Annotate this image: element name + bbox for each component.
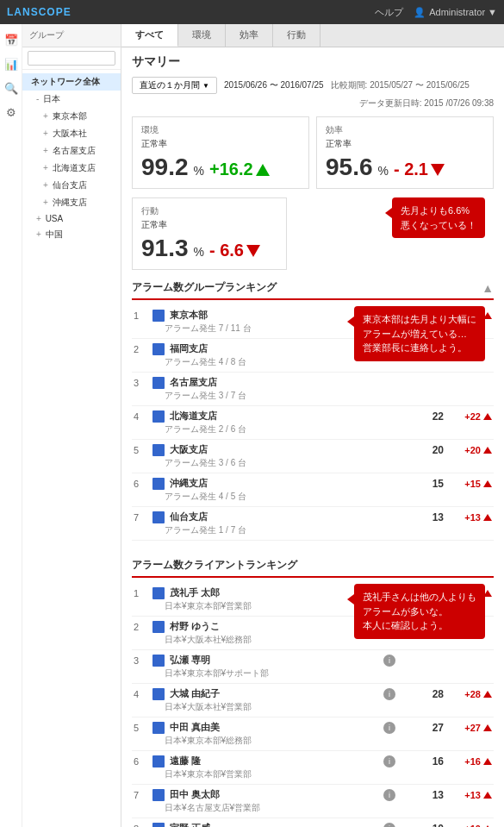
rank-icon bbox=[152, 587, 165, 599]
app-logo: LANSCOPE bbox=[7, 6, 72, 18]
act-value-row: 91.3 % - 6.6 bbox=[141, 235, 277, 262]
tab-all[interactable]: すべて bbox=[121, 24, 178, 47]
info-icon[interactable]: i bbox=[383, 722, 395, 734]
rank-icon bbox=[152, 655, 165, 667]
period-select[interactable]: 直近の１か月間 ▼ bbox=[132, 77, 217, 94]
annotation-bubble-2: 東京本部は先月より大幅にアラームが増えている…営業部長に連絡しよう。 bbox=[354, 306, 485, 361]
rank-icon bbox=[152, 688, 165, 700]
rank-icon bbox=[152, 478, 165, 490]
group-rank-item-3: 3 名古屋支店 アラーム発生 3 / 7 台 bbox=[132, 373, 494, 406]
rank-arrow-up-icon bbox=[483, 514, 492, 521]
info-icon[interactable]: i bbox=[383, 688, 395, 700]
tab-environment[interactable]: 環境 bbox=[178, 24, 226, 47]
info-icon[interactable]: i bbox=[383, 823, 395, 828]
bubble2-arrow-icon bbox=[347, 316, 354, 327]
action-section: 行動 正常率 91.3 % - 6.6 bbox=[132, 197, 494, 270]
sidebar: グループ ネットワーク全体 - 日本 + 東京本部 + 大阪 bbox=[22, 24, 121, 827]
sidebar-icon-column: 📅 📊 🔍 ⚙ bbox=[0, 24, 22, 827]
group-rank-item-4: 4 北海道支店 22 +22 アラーム発生 2 / 6 台 bbox=[132, 406, 494, 440]
group-rank-item-6: 6 沖縄支店 15 +15 アラーム発生 4 / 5 台 bbox=[132, 473, 494, 507]
header-right: ヘルプ 👤 Administrator ▼ bbox=[375, 6, 497, 19]
rank-icon bbox=[152, 755, 165, 767]
client-ranking-section: アラーム数クライアントランキング 茂礼手さんは他の人よりもアラームが多いな。本人… bbox=[132, 558, 494, 827]
help-link[interactable]: ヘルプ bbox=[375, 6, 403, 19]
client-rank-item-7: 7 田中 奥太郎 i 13 +13 日本¥名古屋支店¥営業部 bbox=[132, 785, 494, 818]
updated-label: データ更新日時: 2015 /07/26 09:38 bbox=[132, 97, 494, 110]
client-rank-item-8: 8 宇野 正威 i 10 +10 日本¥東京本部¥営業部 bbox=[132, 818, 494, 827]
rank-icon bbox=[152, 377, 165, 389]
sidebar-search-container bbox=[22, 47, 121, 70]
eff-value: 95.6 bbox=[326, 153, 373, 181]
tab-bar: すべて 環境 効率 行動 bbox=[121, 24, 504, 47]
rank-arrow-up-icon bbox=[483, 447, 492, 454]
sidebar-item-china[interactable]: + 中国 bbox=[22, 226, 121, 243]
sidebar-item-japan[interactable]: - 日本 bbox=[22, 91, 121, 108]
user-icon: 👤 bbox=[414, 7, 426, 17]
rank-icon bbox=[152, 823, 165, 828]
tab-action[interactable]: 行動 bbox=[273, 24, 320, 47]
rank-icon bbox=[152, 621, 165, 633]
act-category: 行動 bbox=[141, 205, 277, 217]
sidebar-tree: ネットワーク全体 - 日本 + 東京本部 + 大阪本社 + 名古屋支店 bbox=[22, 70, 121, 247]
info-icon[interactable]: i bbox=[383, 755, 395, 767]
env-unit: % bbox=[194, 164, 204, 178]
rank-arrow-up-icon bbox=[483, 724, 492, 731]
app-header: LANSCOPE ヘルプ 👤 Administrator ▼ bbox=[0, 0, 504, 24]
user-menu[interactable]: 👤 Administrator ▼ bbox=[414, 7, 497, 18]
rank-icon bbox=[152, 722, 165, 734]
annotation-bubble-3: 茂礼手さんは他の人よりもアラームが多いな。本人に確認しよう。 bbox=[354, 584, 485, 639]
settings-icon[interactable]: ⚙ bbox=[3, 103, 20, 121]
down-arrow-icon2 bbox=[246, 245, 260, 257]
client-rank-item-6: 6 遠藤 隆 i 16 +16 日本¥東京本部¥営業部 bbox=[132, 751, 494, 785]
act-value: 91.3 bbox=[141, 235, 189, 262]
sidebar-search-input[interactable] bbox=[28, 51, 115, 66]
act-change: - 6.6 bbox=[209, 241, 260, 260]
sidebar-item-osaka[interactable]: + 大阪本社 bbox=[22, 125, 121, 142]
chevron-down-icon: ▼ bbox=[202, 82, 209, 90]
search-icon[interactable]: 🔍 bbox=[3, 79, 20, 97]
down-arrow-icon bbox=[431, 164, 445, 176]
controls-row: 直近の１か月間 ▼ 2015/06/26 〜 2016/07/25 比較期間: … bbox=[132, 77, 494, 94]
client-rank-item-5: 5 中田 真由美 i 27 +27 日本¥東京本部¥総務部 bbox=[132, 717, 494, 751]
rank-arrow-up-icon bbox=[483, 480, 492, 487]
bubble3-arrow-icon bbox=[347, 594, 354, 605]
env-value-row: 99.2 % +16.2 bbox=[141, 153, 300, 181]
rank-icon bbox=[152, 410, 165, 423]
sidebar-item-sendai[interactable]: + 仙台支店 bbox=[22, 177, 121, 194]
compare-label: 比較期間: 2015/05/27 〜 2015/06/25 bbox=[331, 79, 470, 91]
info-icon[interactable]: i bbox=[383, 655, 395, 667]
rank-arrow-up-icon bbox=[483, 758, 492, 765]
bubble-arrow-icon bbox=[385, 208, 392, 218]
stats-grid: 環境 正常率 99.2 % +16.2 効率 bbox=[132, 116, 494, 189]
rank-icon bbox=[152, 511, 165, 523]
calendar-icon[interactable]: 📅 bbox=[3, 31, 20, 48]
sidebar-item-okinawa[interactable]: + 沖縄支店 bbox=[22, 194, 121, 211]
env-value: 99.2 bbox=[141, 153, 189, 181]
sidebar-group-label: グループ bbox=[22, 24, 121, 47]
stat-action: 行動 正常率 91.3 % - 6.6 bbox=[132, 197, 287, 270]
network-label: ネットワーク全体 bbox=[31, 77, 100, 86]
stat-efficiency: 効率 正常率 95.6 % - 2.1 bbox=[316, 116, 494, 189]
env-category: 環境 bbox=[141, 124, 300, 136]
group-rank-item-7: 7 仙台支店 13 +13 アラーム発生 1 / 7 台 bbox=[132, 507, 494, 541]
eff-unit: % bbox=[378, 164, 389, 178]
tab-efficiency[interactable]: 効率 bbox=[226, 24, 273, 47]
scroll-indicator-icon[interactable]: ▲ bbox=[482, 281, 494, 295]
eff-value-row: 95.6 % - 2.1 bbox=[326, 153, 484, 181]
client-ranking-title: アラーム数クライアントランキング bbox=[132, 558, 494, 578]
rank-icon bbox=[152, 310, 165, 322]
act-unit: % bbox=[194, 245, 204, 259]
group-rank-item-5: 5 大阪支店 20 +20 アラーム発生 3 / 6 台 bbox=[132, 440, 494, 473]
sidebar-item-hokkaido[interactable]: + 北海道支店 bbox=[22, 160, 121, 177]
eff-category: 効率 bbox=[326, 124, 484, 136]
eff-label: 正常率 bbox=[326, 138, 484, 150]
sidebar-item-network[interactable]: ネットワーク全体 bbox=[22, 73, 121, 91]
main-content: すべて 環境 効率 行動 サマリー 直近の１か月間 ▼ 2015/06/26 〜… bbox=[121, 24, 504, 827]
rank-icon bbox=[152, 789, 165, 801]
chart-icon[interactable]: 📊 bbox=[3, 55, 20, 72]
sidebar-item-nagoya[interactable]: + 名古屋支店 bbox=[22, 142, 121, 160]
sidebar-item-usa[interactable]: + USA bbox=[22, 211, 121, 226]
sidebar-item-tokyo[interactable]: + 東京本部 bbox=[22, 108, 121, 125]
annotation-bubble-1: 先月よりも6.6%悪くなっている！ bbox=[392, 197, 485, 238]
info-icon[interactable]: i bbox=[383, 789, 395, 801]
